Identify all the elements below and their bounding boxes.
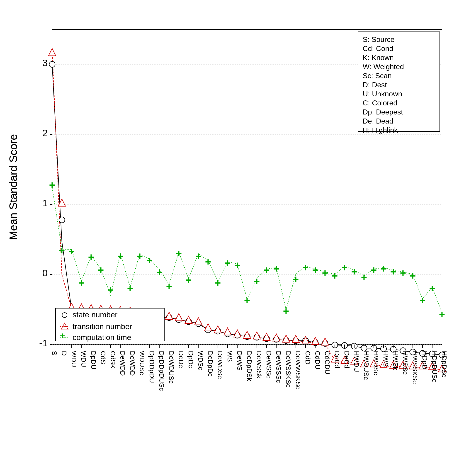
svg-text:De: Dead: De: Dead [363, 117, 393, 125]
svg-text:Mean Standard Score: Mean Standard Score [7, 134, 19, 240]
svg-text:DeDpDc: DeDpDc [207, 351, 214, 376]
svg-text:DeWS: DeWS [236, 351, 243, 371]
svg-text:+: + [215, 277, 221, 289]
svg-text:DpDDpDUSc: DpDDpDUSc [158, 351, 166, 391]
svg-text:+: + [439, 308, 445, 320]
svg-text:+: + [118, 250, 123, 262]
svg-text:D: D [61, 351, 68, 356]
svg-text:U: Unknown: U: Unknown [363, 90, 402, 98]
svg-text:0: 0 [42, 268, 48, 278]
svg-text:+: + [381, 263, 387, 275]
svg-text:+: + [147, 255, 153, 266]
svg-text:+: + [49, 179, 55, 191]
svg-text:1: 1 [42, 198, 48, 208]
svg-text:DeWDD: DeWDD [119, 351, 126, 376]
svg-text:HDpDSc: HDpDSc [441, 351, 448, 377]
svg-text:DeWDUSc: DeWDUSc [168, 351, 175, 384]
svg-text:+: + [420, 294, 426, 306]
svg-text:WDUSc: WDUSc [138, 351, 146, 375]
svg-text:Dp: Deepest: Dp: Deepest [363, 108, 403, 116]
svg-text:D: Dest: D: Dest [363, 81, 387, 89]
svg-text:+: + [312, 264, 319, 276]
svg-text:W: Weighted: W: Weighted [363, 63, 404, 71]
svg-text:state number: state number [72, 310, 118, 319]
svg-text:+: + [390, 266, 396, 278]
svg-text:WDU: WDU [80, 351, 87, 367]
svg-text:+: + [361, 271, 367, 283]
svg-text:+: + [264, 264, 270, 276]
svg-text:transition number: transition number [72, 322, 132, 331]
svg-text:computation time: computation time [72, 333, 131, 341]
svg-text:+: + [156, 266, 163, 278]
svg-text:CdCDU: CdCDU [324, 351, 331, 374]
svg-text:C: Colored: C: Colored [363, 99, 397, 107]
svg-text:+: + [137, 250, 143, 262]
svg-text:2: 2 [42, 128, 48, 138]
svg-text:Cd: Cond: Cd: Cond [363, 44, 393, 52]
svg-text:+: + [273, 263, 279, 275]
svg-text:+: + [98, 264, 104, 276]
svg-text:WS: WS [226, 351, 234, 362]
svg-text:DpDDpDU: DpDDpDU [148, 351, 156, 383]
svg-text:+: + [176, 248, 182, 259]
svg-text:HWSSc: HWSSc [402, 351, 409, 375]
svg-text:H: Highlink: H: Highlink [363, 126, 398, 134]
svg-text:+: + [186, 274, 192, 286]
svg-text:+: + [322, 267, 328, 279]
svg-text:+: + [127, 283, 133, 294]
svg-text:HDpDUSc: HDpDUSc [431, 351, 438, 382]
svg-text:DeWSSc: DeWSSc [265, 351, 273, 378]
chart-container: 3 2 1 0 -1 Mean Standard Score Mean Stan… [0, 0, 476, 476]
svg-point-19 [59, 217, 65, 223]
svg-text:+: + [59, 245, 65, 256]
svg-text:+: + [371, 264, 377, 276]
svg-text:HWDU: HWDU [353, 351, 360, 372]
svg-text:DeWSSKSc: DeWSSKSc [285, 351, 292, 388]
svg-text:HWDUSc: HWDUSc [363, 351, 370, 380]
svg-text:S: Source: S: Source [363, 35, 395, 44]
svg-text:-1: -1 [39, 338, 48, 348]
svg-text:+: + [332, 270, 338, 282]
svg-text:+: + [225, 257, 231, 269]
svg-text:DpDc: DpDc [187, 351, 195, 368]
svg-text:S: S [51, 351, 58, 356]
svg-text:HWSk: HWSk [392, 351, 399, 370]
svg-text:DeCd: DeCd [343, 351, 351, 368]
svg-text:+: + [88, 251, 94, 263]
svg-text:+: + [293, 273, 299, 285]
svg-text:DeWDD: DeWDD [129, 351, 136, 376]
svg-text:CdSK: CdSK [109, 351, 117, 369]
svg-text:+: + [303, 262, 309, 273]
svg-text:DpDU: DpDU [90, 351, 97, 370]
svg-text:DeDpDSk: DeDpDSk [246, 351, 253, 381]
svg-text:WDSc: WDSc [197, 351, 204, 370]
svg-text:DeWSSk: DeWSSk [255, 351, 263, 379]
svg-text:+: + [254, 275, 260, 287]
svg-text:HWDSc: HWDSc [373, 351, 380, 375]
svg-text:+: + [69, 245, 75, 257]
svg-text:+: + [234, 259, 240, 271]
svg-text:CdD: CdD [304, 351, 312, 364]
svg-text:CdS: CdS [100, 351, 107, 364]
svg-text:+: + [195, 250, 202, 262]
svg-text:Sc: Scan: Sc: Scan [363, 72, 392, 80]
svg-text:+: + [429, 283, 435, 294]
svg-text:+: + [244, 294, 250, 306]
svg-text:DeWSSSc: DeWSSSc [275, 351, 282, 383]
svg-text:DeWDSc: DeWDSc [217, 351, 224, 379]
svg-text:WDU: WDU [70, 351, 78, 367]
svg-text:HWSSKSc: HWSSKSc [411, 351, 419, 384]
svg-text:+: + [400, 267, 406, 279]
svg-text:DeDc: DeDc [177, 351, 185, 368]
svg-point-18 [49, 61, 55, 67]
svg-text:+: + [108, 284, 114, 296]
svg-text:+: + [341, 262, 348, 273]
svg-text:+: + [205, 256, 211, 268]
svg-text:CdDU: CdDU [314, 351, 322, 370]
svg-text:+: + [78, 277, 85, 289]
svg-text:DeWWSKSc: DeWWSKSc [294, 351, 302, 390]
svg-text:DeCd: DeCd [333, 351, 341, 368]
svg-text:HWS: HWS [382, 351, 390, 367]
svg-text:K: Known: K: Known [363, 53, 394, 62]
svg-text:3: 3 [42, 58, 48, 68]
